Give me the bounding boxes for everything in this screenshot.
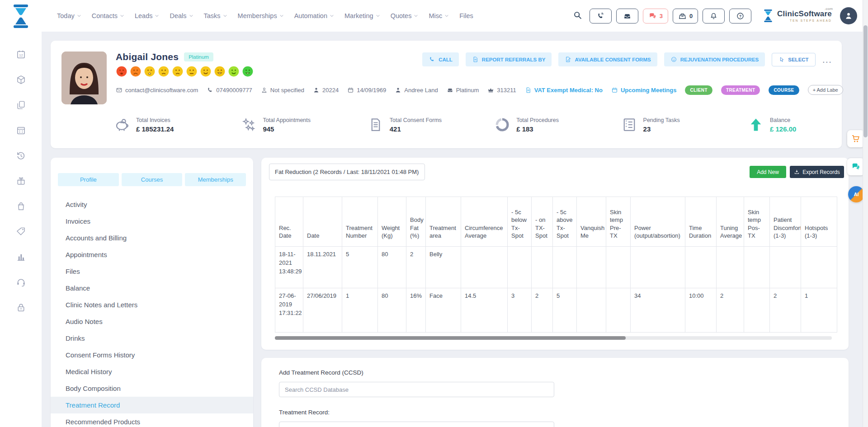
nav-item-automation[interactable]: Automation (294, 12, 335, 19)
nav-item-deals[interactable]: Deals (170, 12, 193, 19)
tab-memberships[interactable]: Memberships (185, 173, 246, 186)
floating-cart-widget[interactable] (847, 130, 864, 147)
tab-profile[interactable]: Profile (58, 173, 119, 186)
satisfaction-face-7-icon[interactable] (200, 66, 212, 77)
rail-history-icon[interactable] (0, 143, 42, 168)
label-pill-course[interactable]: COURSE (769, 85, 799, 95)
sidebar-item-recommended-products[interactable]: Recommended Products (51, 413, 253, 427)
tab-courses[interactable]: Courses (122, 173, 183, 186)
select-button[interactable]: SELECT (772, 53, 815, 66)
record-type-selector[interactable]: Fat Reduction (2 Records / Last: 18/11/2… (269, 164, 425, 180)
cell-r0c14 (717, 247, 744, 288)
satisfaction-face-4-icon[interactable] (158, 66, 170, 77)
add-label-button[interactable]: + Add Labe (808, 85, 843, 95)
sidebar-item-body-composition[interactable]: Body Composition (51, 380, 253, 397)
table-horizontal-scrollbar[interactable] (275, 336, 832, 340)
action-available-consent-forms-button[interactable]: AVAILABLE CONSENT FORMS (558, 52, 657, 66)
sidebar-item-balance[interactable]: Balance (51, 280, 253, 296)
help-button[interactable]: ? (729, 9, 751, 23)
label-pill-treatment[interactable]: TREATMENT (721, 85, 760, 95)
stat-total-appointments: Total Appointments945 (241, 117, 317, 133)
satisfaction-face-2-icon[interactable] (130, 66, 142, 77)
satisfaction-face-1-icon[interactable] (116, 66, 127, 77)
action-report-referrals-by-button[interactable]: REPORT REFERRALS BY (466, 52, 552, 66)
treatment-record-input[interactable] (279, 422, 554, 427)
page-scrollbar[interactable] (863, 0, 868, 427)
rail-calendar-grid-icon[interactable] (0, 117, 42, 143)
cell-r0c2: 5 (342, 247, 378, 288)
stat-balance: Balance£ 126.00 (748, 117, 825, 133)
col-header-7: - 5c below Tx-Spot (508, 197, 532, 247)
rail-padlock-icon[interactable] (0, 295, 42, 320)
contact-not-specified: Not specified (261, 87, 304, 94)
col-header-2: Treatment Number (342, 197, 378, 247)
nav-item-quotes[interactable]: Quotes (391, 12, 419, 19)
satisfaction-face-10-icon[interactable] (242, 66, 254, 77)
sidebar-item-consent-forms-history[interactable]: Consent Forms History (51, 347, 253, 363)
dialer-button[interactable] (590, 9, 612, 23)
action-rejuvenation-procedures-button[interactable]: REJUVENATION PROCEDURES (664, 52, 765, 66)
table-row[interactable]: 18-11-2021 13:48:2918.11.20215802Belly (275, 247, 837, 288)
ccsd-search-input[interactable] (279, 382, 554, 397)
sidebar-item-treatment-record[interactable]: Treatment Record (51, 397, 253, 413)
till-button[interactable]: 0 (673, 9, 698, 23)
rail-support-agent-icon[interactable] (0, 269, 42, 295)
sidebar-item-invoices[interactable]: Invoices (51, 213, 253, 230)
export-records-button[interactable]: Export Records (790, 166, 844, 178)
contact-contact-clinicsoftware-com[interactable]: contact@clinicsoftware.com (116, 87, 198, 94)
nav-item-leads[interactable]: Leads (135, 12, 160, 19)
scrollbar-thumb[interactable] (275, 336, 626, 340)
satisfaction-face-9-icon[interactable] (228, 66, 240, 77)
sidebar-item-files[interactable]: Files (51, 263, 253, 280)
nav-item-marketing[interactable]: Marketing (344, 12, 381, 19)
nav-item-contacts[interactable]: Contacts (92, 12, 125, 19)
satisfaction-face-5-icon[interactable] (172, 66, 184, 77)
more-options-button[interactable]: ... (822, 57, 832, 62)
rail-price-tag-icon[interactable] (0, 219, 42, 244)
action-call-button[interactable]: CALL (422, 52, 459, 66)
satisfaction-face-6-icon[interactable] (186, 66, 198, 77)
calendar-date-icon: 12 (16, 49, 26, 60)
contact-upcoming-meetings[interactable]: Upcoming Meetings (611, 87, 677, 94)
rail-calendar-date-icon[interactable]: 12 (0, 42, 42, 67)
inbox-button[interactable] (616, 9, 638, 23)
chevron-down-icon (413, 13, 419, 19)
nav-item-misc[interactable]: Misc (429, 12, 449, 19)
smile-face-icon (670, 56, 677, 63)
rail-gift-icon[interactable] (0, 168, 42, 193)
messages-button[interactable]: 3 (643, 9, 668, 23)
nav-item-files[interactable]: Files (459, 12, 473, 19)
sidebar-item-medical-history[interactable]: Medical History (51, 363, 253, 380)
search-icon[interactable] (573, 10, 582, 22)
floating-chat-widget[interactable] (847, 158, 864, 175)
rail-copy-pages-icon[interactable] (0, 92, 42, 117)
satisfaction-face-8-icon[interactable] (214, 66, 226, 77)
rail-shopping-bag-icon[interactable] (0, 193, 42, 219)
package-icon (16, 75, 26, 85)
label-pill-client[interactable]: CLIENT (685, 85, 712, 95)
notifications-button[interactable] (703, 9, 725, 23)
sidebar-item-drinks[interactable]: Drinks (51, 330, 253, 347)
floating-assistant-widget[interactable]: AI (848, 186, 864, 202)
table-row[interactable]: 27-06-2019 17:31:2227/06/201918016%Face1… (275, 288, 837, 333)
contact-07490009777[interactable]: 07490009777 (207, 87, 252, 94)
nav-item-today[interactable]: Today (57, 12, 82, 19)
chevron-down-icon (154, 13, 160, 19)
sidebar-item-activity[interactable]: Activity (51, 196, 253, 213)
rail-package-icon[interactable] (0, 67, 42, 92)
cell-r1c14: 2 (717, 288, 744, 333)
sidebar-item-appointments[interactable]: Appointments (51, 246, 253, 263)
user-avatar[interactable] (840, 7, 857, 24)
page-scrollbar-thumb[interactable] (863, 25, 868, 137)
sidebar-item-audio-notes[interactable]: Audio Notes (51, 313, 253, 330)
till-icon (678, 12, 687, 20)
satisfaction-face-3-icon[interactable] (144, 66, 156, 77)
add-new-button[interactable]: Add New (750, 166, 786, 178)
nav-item-tasks[interactable]: Tasks (204, 12, 228, 19)
col-header-16: Patient Discomfort (1-3) (770, 197, 801, 247)
contact-vat-exempt-medical-no[interactable]: VAT Exempt Medical: No (525, 87, 603, 94)
sidebar-item-clinic-notes-and-letters[interactable]: Clinic Notes and Letters (51, 296, 253, 313)
sidebar-item-accounts-and-billing[interactable]: Accounts and Billing (51, 230, 253, 246)
rail-bar-chart-icon[interactable] (0, 244, 42, 269)
nav-item-memberships[interactable]: Memberships (238, 12, 284, 19)
